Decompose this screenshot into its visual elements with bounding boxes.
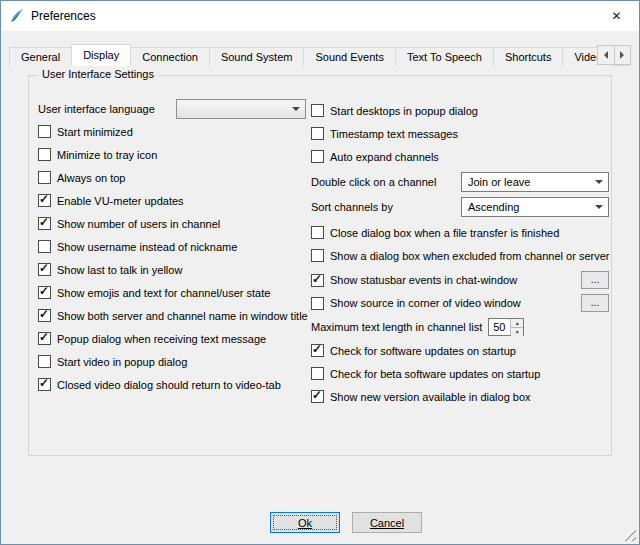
checkbox-box [311,127,324,140]
checkbox-label: Timestamp text messages [330,128,458,140]
tab-general[interactable]: General [9,47,72,66]
checkbox-label: Show both server and channel name in win… [57,310,308,322]
checkbox-label: Show statusbar events in chat-window [330,274,517,286]
max-text-length-spinner[interactable]: 50 ▲ ▼ [488,318,524,336]
checkbox-last-to-talk-yellow[interactable]: Show last to talk in yellow [38,262,306,277]
checkbox-minimize-to-tray[interactable]: Minimize to tray icon [38,147,306,162]
double-click-row: Double click on a channel Join or leave [311,172,609,192]
checkbox-label: Show source in corner of video window [330,297,521,309]
checkbox-auto-expand-channels[interactable]: Auto expand channels [311,149,609,164]
checkbox-start-desktops-popup[interactable]: Start desktops in popup dialog [311,103,609,118]
checkbox-box [38,194,51,207]
checkbox-box [38,217,51,230]
checkbox-box [38,171,51,184]
tab-shortcuts[interactable]: Shortcuts [493,47,563,66]
checkbox-box [311,249,324,262]
checkbox-label: Closed video dialog should return to vid… [57,379,281,391]
video-source-more-button[interactable]: ... [581,294,609,312]
checkbox-label: Enable VU-meter updates [57,195,184,207]
language-label: User interface language [38,103,155,115]
checkbox-box [311,344,324,357]
spin-down-button[interactable]: ▼ [511,328,523,336]
title-bar[interactable]: Preferences ✕ [1,1,639,31]
checkbox-server-channel-in-title[interactable]: Show both server and channel name in win… [38,308,306,323]
checkbox-box [38,125,51,138]
checkbox-label: Check for software updates on startup [330,345,516,357]
checkbox-show-username[interactable]: Show username instead of nickname [38,239,306,254]
cancel-button[interactable]: Cancel [352,512,422,533]
checkbox-close-on-transfer-finished[interactable]: Close dialog box when a file transfer is… [311,225,609,240]
max-text-length-row: Maximum text length in channel list 50 ▲… [311,317,609,337]
checkbox-label: Popup dialog when receiving text message [57,333,266,345]
sort-channels-dropdown[interactable]: Ascending [461,197,609,217]
checkbox-label: Auto expand channels [330,151,439,163]
sort-channels-label: Sort channels by [311,201,393,213]
checkbox-always-on-top[interactable]: Always on top [38,170,306,185]
resize-grip[interactable] [624,529,636,541]
checkbox-statusbar-events[interactable]: Show statusbar events in chat-window [311,274,517,287]
tab-scroll-control [597,45,631,65]
checkbox-timestamp-messages[interactable]: Timestamp text messages [311,126,609,141]
tab-scroll-right-button[interactable] [615,46,631,64]
checkbox-box [311,390,324,403]
checkbox-box [38,148,51,161]
left-column: User interface language Start minimized … [38,99,306,400]
checkbox-box [311,274,324,287]
checkbox-start-video-popup[interactable]: Start video in popup dialog [38,354,306,369]
checkbox-closed-video-return[interactable]: Closed video dialog should return to vid… [38,377,306,392]
chevron-right-icon [620,51,624,59]
statusbar-events-row: Show statusbar events in chat-window ... [311,271,609,289]
checkbox-check-beta-updates[interactable]: Check for beta software updates on start… [311,366,609,381]
language-dropdown[interactable] [176,99,306,119]
checkbox-start-minimized[interactable]: Start minimized [38,124,306,139]
double-click-value: Join or leave [468,176,530,188]
tab-sound-events[interactable]: Sound Events [303,47,396,66]
checkbox-show-emojis[interactable]: Show emojis and text for channel/user st… [38,285,306,300]
checkbox-box [38,309,51,322]
checkbox-show-user-count[interactable]: Show number of users in channel [38,216,306,231]
checkbox-label: Minimize to tray icon [57,149,157,161]
checkbox-label: Close dialog box when a file transfer is… [330,227,559,239]
chevron-down-icon [595,205,603,209]
checkbox-label: Show a dialog box when excluded from cha… [330,250,609,262]
chevron-down-icon [595,180,603,184]
checkbox-box [38,378,51,391]
tab-text-to-speech[interactable]: Text To Speech [395,47,494,66]
spinner-buttons: ▲ ▼ [510,319,523,335]
double-click-dropdown[interactable]: Join or leave [461,172,609,192]
checkbox-check-updates[interactable]: Check for software updates on startup [311,343,609,358]
checkbox-popup-text-message[interactable]: Popup dialog when receiving text message [38,331,306,346]
checkbox-label: Show emojis and text for channel/user st… [57,287,270,299]
group-title: User Interface Settings [38,68,158,80]
close-icon: ✕ [611,9,621,23]
checkbox-label: Always on top [57,172,125,184]
tab-display[interactable]: Display [71,44,131,66]
tab-scroll-left-button[interactable] [598,46,615,64]
checkbox-dialog-when-excluded[interactable]: Show a dialog box when excluded from cha… [311,248,609,263]
tab-sound-system[interactable]: Sound System [209,47,305,66]
spin-up-button[interactable]: ▲ [511,319,523,328]
checkbox-box [311,226,324,239]
checkbox-box [38,240,51,253]
ok-button[interactable]: Ok [270,512,340,533]
checkbox-box [38,263,51,276]
video-source-row: Show source in corner of video window ..… [311,294,609,312]
checkbox-new-version-dialog[interactable]: Show new version available in dialog box [311,389,609,404]
checkbox-label: Start minimized [57,126,133,138]
checkbox-vu-meter-updates[interactable]: Enable VU-meter updates [38,193,306,208]
chevron-left-icon [604,51,608,59]
sort-channels-value: Ascending [468,201,519,213]
checkbox-label: Start desktops in popup dialog [330,105,478,117]
close-button[interactable]: ✕ [594,1,639,31]
user-interface-settings-group: User Interface Settings User interface l… [28,75,612,456]
right-column: Start desktops in popup dialog Timestamp… [311,103,609,412]
checkbox-box [311,367,324,380]
app-icon [9,8,25,24]
checkbox-video-source-corner[interactable]: Show source in corner of video window [311,297,521,310]
checkbox-label: Start video in popup dialog [57,356,187,368]
checkbox-label: Show new version available in dialog box [330,391,531,403]
tab-bar: General Display Connection Sound System … [9,44,631,66]
statusbar-events-more-button[interactable]: ... [581,271,609,289]
tab-connection[interactable]: Connection [130,47,210,66]
chevron-down-icon [292,107,300,111]
